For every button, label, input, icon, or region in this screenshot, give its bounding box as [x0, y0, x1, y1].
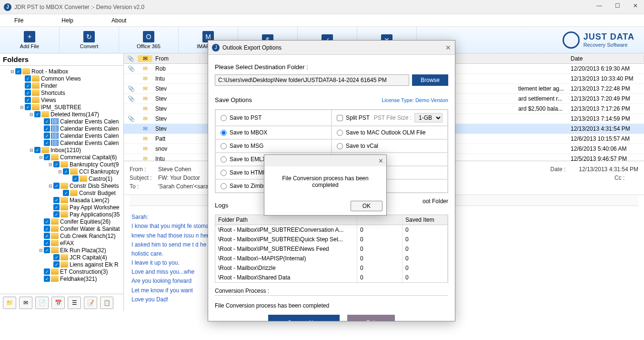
tree-item[interactable]: ⊟✓Root - Mailbox [0, 68, 123, 75]
ok-button[interactable]: OK [351, 201, 382, 211]
envelope-col[interactable]: ✉ [138, 55, 152, 62]
tree-item[interactable]: ✓Views [0, 96, 123, 103]
note-icon[interactable]: 📝 [84, 297, 97, 309]
tree-item[interactable]: ⊟✓Bankruptcy Court(9 [0, 161, 123, 168]
folder-tree[interactable]: ⊟✓Root - Mailbox✓Common Views✓Finder✓Sho… [0, 66, 123, 294]
license-type[interactable]: License Type: Demo Version [382, 97, 448, 103]
convert-button[interactable]: ↻ Convert [60, 27, 119, 53]
convert-now-button[interactable]: Convert Now [268, 315, 339, 321]
log-path-header[interactable]: Folder Path [215, 215, 357, 225]
pst-size-select[interactable]: 1-GB [414, 113, 443, 123]
tree-item[interactable]: ✓Calendar Events Calen [0, 139, 123, 146]
logo-icon [563, 31, 580, 49]
save-options-label: Save Options [215, 96, 252, 103]
tree-item[interactable]: ✓eFAX [0, 239, 123, 247]
save-olm-option[interactable]: Save to MAC Outlook OLM File [332, 126, 448, 139]
tree-item[interactable]: ⊟✓Constr Disb Sheets [0, 182, 123, 189]
tree-item[interactable]: ⊟✓CCI Bankruptcy [0, 168, 123, 175]
from-value: Steve Cohen [158, 166, 191, 173]
document-icon[interactable]: 📄 [35, 297, 49, 309]
office365-button[interactable]: O Office 365 [119, 27, 179, 53]
envelope-icon[interactable]: ✉ [19, 297, 32, 309]
app-title: JDR PST to MBOX Converter :- Demo Versio… [14, 4, 594, 10]
conversion-status: File Conversion process has been complet… [215, 302, 448, 309]
sheet-icon[interactable]: 📋 [100, 297, 113, 309]
tree-item[interactable]: ✓Castro(1) [0, 175, 123, 182]
subject-value: FW: Your Doctor [158, 175, 200, 181]
attachment-col[interactable]: 📎 [124, 55, 138, 62]
tree-item[interactable]: ✓ET Construction(3) [0, 268, 123, 275]
tree-item[interactable]: ⊟✓Elk Run Plaza(32) [0, 247, 123, 254]
completion-alert: ✕ File Conversion process has been compl… [264, 155, 387, 216]
tree-item[interactable]: ✓Conifer Water & Sanitat [0, 225, 123, 232]
add-file-icon: ＋ [24, 31, 35, 42]
tree-item[interactable]: ✓Calendar Events Calen [0, 132, 123, 139]
tree-item[interactable]: ✓Finder [0, 82, 123, 89]
exit-button[interactable]: Exit [347, 315, 395, 321]
tree-item[interactable]: ✓Liens against Elk R [0, 261, 123, 268]
titlebar: J JDR PST to MBOX Converter :- Demo Vers… [0, 0, 644, 14]
cc-label: Cc : [614, 175, 638, 181]
save-pst-option[interactable]: Save to PST [215, 110, 332, 126]
from-label: From : [130, 166, 153, 173]
log-row: \Root - Mailbox\Drizzle00 [215, 263, 448, 273]
dest-path-input[interactable] [215, 74, 409, 86]
date-label: Date : [550, 166, 574, 173]
alert-message: File Conversion process has been complet… [264, 166, 386, 197]
tree-item[interactable]: ✓Shortcuts [0, 89, 123, 96]
bottom-toolbar: 📁 ✉ 📄 📅 ☰ 📝 📋 [0, 294, 123, 311]
logs-label: Logs [215, 202, 228, 209]
tree-item[interactable]: ✓Common Views [0, 75, 123, 82]
folders-sidebar: Folders ⊟✓Root - Mailbox✓Common Views✓Fi… [0, 53, 124, 311]
tree-item[interactable]: ✓Cub Creek Ranch(12) [0, 232, 123, 239]
log-saved-header[interactable]: Saved Item [402, 215, 448, 225]
menubar: File Help About [0, 14, 644, 27]
dialog-title: Outlook Export Options [222, 44, 282, 51]
from-col[interactable]: From [152, 55, 200, 62]
log-row: \Root - Mailbox\IPM_SUBTREE\Quick Step S… [215, 235, 448, 244]
maximize-button[interactable]: ☐ [613, 2, 622, 12]
tree-item[interactable]: ✓Pay Applications(35 [0, 211, 123, 218]
tree-item[interactable]: ✓JCR Capital(4) [0, 254, 123, 261]
tree-item[interactable]: ⊟✓IPM_SUBTREE [0, 103, 123, 111]
dest-label: Please Select Destination Folder : [215, 63, 448, 71]
minimize-button[interactable]: — [594, 2, 604, 12]
browse-button[interactable]: Browse [412, 74, 448, 86]
tree-item[interactable]: ⊟✓Inbox(1210) [0, 146, 123, 154]
close-button[interactable]: ✕ [631, 2, 640, 12]
alert-close-button[interactable]: ✕ [378, 157, 383, 165]
log-row: \Root - Mailbox\IPM_SUBTREE\News Feed00 [215, 244, 448, 254]
save-vcal-option[interactable]: Save to vCal [332, 139, 448, 153]
tree-item[interactable]: ✓Conifer Equities(26) [0, 218, 123, 225]
convert-icon: ↻ [83, 31, 95, 42]
brand-logo: JUST DATA Recovery Software [563, 31, 634, 49]
dialog-close-button[interactable]: ✕ [445, 44, 451, 52]
app-icon: J [4, 3, 11, 11]
save-mbox-option[interactable]: Save to MBOX [215, 126, 332, 139]
office-icon: O [143, 31, 154, 42]
menu-about[interactable]: About [111, 17, 126, 24]
tree-item[interactable]: ✓Calendar Events Calen [0, 125, 123, 132]
log-row: \Root - Mailbox\~MAPISP(Internal)00 [215, 254, 448, 263]
date-col[interactable]: Date [568, 55, 644, 62]
folders-header: Folders [0, 53, 123, 66]
log-row: \Root - Mailbox\Shared Data00 [215, 273, 448, 282]
tree-item[interactable]: ✓Pay Appl Workshee [0, 204, 123, 211]
split-pst-option[interactable]: Split PST PST File Size :1-GB [332, 110, 448, 126]
tree-item[interactable]: ⊟✓Commercial Capital(6) [0, 154, 123, 161]
mail-icon[interactable]: 📁 [3, 297, 16, 309]
tree-item[interactable]: ✓Calendar Events Calen [0, 118, 123, 125]
dialog-icon: J [212, 44, 220, 52]
tree-item[interactable]: ⊟✓Deleted Items(147) [0, 111, 123, 118]
calendar-icon[interactable]: 📅 [51, 297, 65, 309]
tree-item[interactable]: ✓Feldhake(321) [0, 275, 123, 282]
save-msg-option[interactable]: Save to MSG [215, 139, 332, 153]
list-icon[interactable]: ☰ [68, 297, 81, 309]
log-row: \Root - Mailbox\IPM_SUBTREE\Conversation… [215, 225, 448, 235]
root-folder-label: oot Folder [423, 198, 448, 213]
menu-help[interactable]: Help [61, 17, 73, 24]
add-file-button[interactable]: ＋ Add File [0, 27, 60, 53]
tree-item[interactable]: ✓Constr Budget [0, 189, 123, 196]
menu-file[interactable]: File [14, 17, 23, 24]
tree-item[interactable]: ✓Masada Lien(2) [0, 196, 123, 204]
